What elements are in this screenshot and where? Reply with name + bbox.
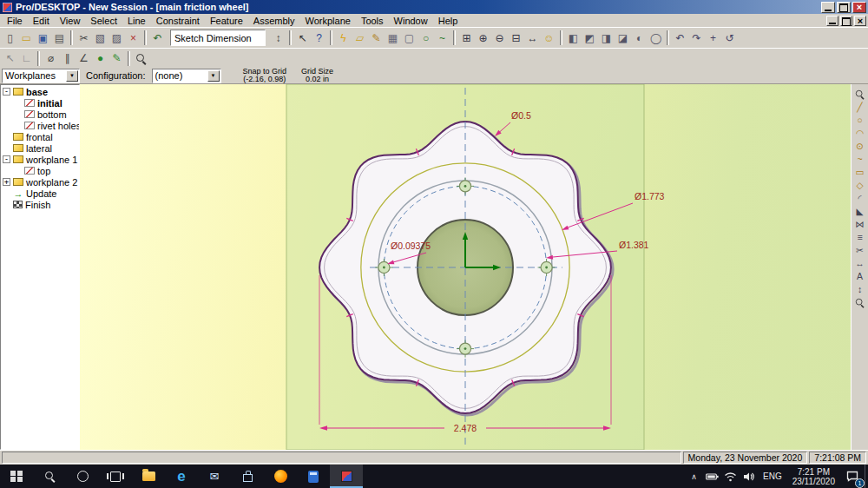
rivet-hole-label[interactable]: Ø0.09375 [391,241,431,251]
volume-icon[interactable] [740,465,758,488]
configuration-combo[interactable]: (none) ▼ [152,69,221,83]
menu-window[interactable]: Window [389,16,433,26]
sketch-rectangle-icon[interactable]: ▭ [852,166,867,178]
document-minimize-button[interactable] [826,16,838,26]
zoom-tool-icon[interactable] [852,88,867,100]
view-front-icon[interactable]: ◧ [565,30,582,46]
menu-feature[interactable]: Feature [205,16,248,26]
undo-icon[interactable]: ↶ [149,30,166,46]
tree-item-workplane-1[interactable]: -workplane 1 [1,154,79,165]
update-lightning-icon[interactable]: ϟ [335,30,352,46]
edge-button[interactable]: e [165,465,198,488]
dim-select-icon[interactable]: ↖ [2,50,18,67]
view-left-icon[interactable]: ◨ [598,30,615,46]
tree-item-initial[interactable]: initial [1,97,79,109]
tree-item-bottom[interactable]: bottom [1,109,79,120]
zoom-fit-icon[interactable]: ⊞ [458,30,475,46]
tree-item-base[interactable]: -base [1,86,79,97]
search-button[interactable] [33,465,66,488]
start-button[interactable] [0,465,33,488]
dim-line-icon[interactable]: ∟ [18,50,35,67]
print-icon[interactable]: ▤ [51,30,68,46]
sketch-arc-icon[interactable]: ◠ [852,127,867,139]
measure-tool-icon[interactable]: ↕ [852,283,867,295]
measure-icon[interactable]: ↕ [270,30,286,46]
sketch-line-icon[interactable]: ╱ [852,101,867,113]
battery-icon[interactable] [703,465,721,488]
new-icon[interactable]: ▯ [2,30,18,46]
lobe-diameter-label[interactable]: Ø0.5 [511,110,531,121]
store-button[interactable] [231,465,264,488]
task-view-button[interactable] [99,465,132,488]
spline-tool-icon[interactable]: ~ [434,30,450,46]
browser-mode-combo[interactable]: Workplanes ▼ [2,69,80,83]
zoom-in-icon[interactable]: ⊕ [475,30,491,46]
prodesktop-button[interactable] [330,465,363,488]
tree-item-frontal[interactable]: frontal [1,131,79,142]
offset-tool-icon[interactable]: ≡ [852,231,867,243]
overall-width-label[interactable]: 2.478 [454,423,477,433]
tree-item-rivet-holes[interactable]: rivet holes [1,120,79,131]
show-desktop-button[interactable] [865,465,868,488]
cut-icon[interactable]: ✂ [76,30,92,46]
view-top-icon[interactable]: ◪ [615,30,631,46]
paste-icon[interactable]: ▨ [108,30,125,46]
menu-constraint[interactable]: Constraint [151,16,205,26]
document-close-button[interactable] [854,16,866,26]
menu-help[interactable]: Help [433,16,464,26]
chamfer-tool-icon[interactable]: ◣ [852,205,867,217]
text-tool-icon[interactable]: A [852,270,867,282]
tree-expander[interactable]: - [3,155,10,163]
view-iso-icon[interactable]: ◩ [582,30,598,46]
minimize-button[interactable] [821,2,835,13]
delete-icon[interactable]: × [125,30,141,46]
maximize-button[interactable] [837,2,851,13]
file-explorer-button[interactable] [132,465,165,488]
circle-tool-icon[interactable]: ○ [418,30,434,46]
save-icon[interactable]: ▣ [35,30,51,46]
bolt-circle-label[interactable]: Ø1.381 [619,240,649,250]
menu-select[interactable]: Select [85,16,122,26]
tree-item-workplane-2[interactable]: +workplane 2 [1,176,79,188]
menu-view[interactable]: View [55,16,86,26]
tree-item-finish[interactable]: Finish [1,199,79,210]
sketch-circle-icon[interactable]: ○ [852,114,867,126]
select-all-icon[interactable]: ▢ [401,30,418,46]
dim-pen-icon[interactable]: ✎ [108,50,125,67]
pan-icon[interactable]: ↔ [524,30,541,46]
mail-button[interactable]: ✉ [198,465,231,488]
new-workplane-icon[interactable]: ▱ [352,30,368,46]
rotate-right-icon[interactable]: ↷ [688,30,705,46]
calculator-button[interactable] [297,465,330,488]
spin-view-icon[interactable]: ↺ [721,30,738,46]
tree-item-top[interactable]: top [1,165,79,176]
open-icon[interactable]: ▭ [18,30,35,46]
sketch-ellipse-icon[interactable]: ⊙ [852,140,867,152]
magnify-tool-icon[interactable] [852,296,867,308]
find-icon[interactable] [133,50,149,67]
fillet-tool-icon[interactable]: ◜ [852,192,867,204]
zoom-out-icon[interactable]: ⊖ [491,30,508,46]
wireframe-icon[interactable]: ◯ [648,30,664,46]
zoom-previous-icon[interactable]: ⊟ [508,30,524,46]
dim-angle-icon[interactable]: ∠ [76,50,92,67]
menu-assembly[interactable]: Assembly [248,16,300,26]
menu-line[interactable]: Line [122,16,151,26]
trim-tool-icon[interactable]: ✂ [852,244,867,256]
tree-expander[interactable]: - [3,88,10,96]
sketch-spline-icon[interactable]: ~ [852,153,867,165]
select-pointer-icon[interactable]: ↖ [294,30,311,46]
sketch-drawing[interactable]: Ø0.5 Ø1.773 Ø1.381 Ø0.09375 [80,84,851,450]
tree-item-lateral[interactable]: lateral [1,142,79,154]
chevron-up-icon[interactable]: ∧ [685,465,703,488]
copy-icon[interactable]: ▧ [92,30,108,46]
menu-workplane[interactable]: Workplane [299,16,355,26]
language-indicator[interactable]: ENG [758,472,787,481]
tree-expander[interactable]: + [3,178,10,186]
outer-circle-label[interactable]: Ø1.773 [635,191,665,201]
firefox-button[interactable] [264,465,297,488]
menu-edit[interactable]: Edit [28,16,55,26]
design-canvas[interactable]: Ø0.5 Ø1.773 Ø1.381 Ø0.09375 [80,84,851,450]
dimension-type-combo[interactable]: Sketch Dimension [170,30,266,46]
taskbar-clock[interactable]: 7:21 PM 23/11/2020 [787,467,840,486]
